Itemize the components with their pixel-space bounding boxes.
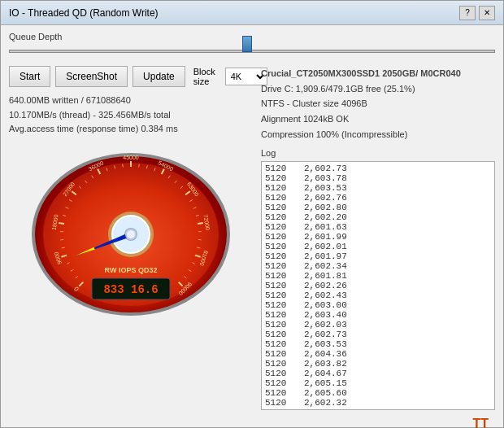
slider-thumb[interactable] xyxy=(242,36,252,52)
log-val: 2,602.20 xyxy=(304,212,347,222)
log-num: 5120 xyxy=(265,398,298,408)
screenshot-button[interactable]: ScreenShot xyxy=(55,66,128,87)
queue-depth-label: Queue Depth xyxy=(9,32,495,41)
log-val: 2,602.73 xyxy=(304,330,347,339)
help-button[interactable]: ? xyxy=(459,6,476,20)
log-val: 2,604.36 xyxy=(304,349,347,359)
log-val: 2,602.76 xyxy=(304,193,347,203)
title-controls: ? ✕ xyxy=(459,6,495,20)
main-window: IO - Threaded QD (Random Write) ? ✕ Queu… xyxy=(0,0,504,428)
log-row: 51202,602.26 xyxy=(265,281,491,290)
log-row: 51202,603.82 xyxy=(265,359,491,369)
log-row: 51202,601.81 xyxy=(265,271,491,281)
log-val: 2,602.03 xyxy=(304,320,347,330)
log-val: 2,603.00 xyxy=(304,300,347,310)
log-num: 5120 xyxy=(265,232,298,242)
log-val: 2,605.15 xyxy=(304,378,347,388)
log-row: 51202,602.73 xyxy=(265,330,491,339)
svg-text:833 16.6: 833 16.6 xyxy=(103,283,158,296)
log-num: 5120 xyxy=(265,183,298,193)
log-num: 5120 xyxy=(265,251,298,261)
log-num: 5120 xyxy=(265,164,298,173)
log-num: 5120 xyxy=(265,290,298,300)
start-button[interactable]: Start xyxy=(9,66,50,87)
log-val: 2,602.01 xyxy=(304,242,347,251)
log-row: 51202,604.67 xyxy=(265,369,491,378)
log-num: 5120 xyxy=(265,388,298,398)
svg-text:RW IOPS QD32: RW IOPS QD32 xyxy=(105,266,158,274)
log-num: 5120 xyxy=(265,173,298,183)
slider-container xyxy=(9,43,495,59)
device-compression: Compression 100% (Incompressible) xyxy=(261,127,495,142)
log-num: 5120 xyxy=(265,300,298,310)
log-num: 5120 xyxy=(265,369,298,378)
log-val: 2,601.63 xyxy=(304,222,347,232)
device-alignment: Alignment 1024kB OK xyxy=(261,111,495,127)
title-bar: IO - Threaded QD (Random Write) ? ✕ xyxy=(1,1,503,25)
log-container[interactable]: 51202,602.7351202,603.7851202,603.535120… xyxy=(261,161,495,410)
svg-line-12 xyxy=(198,223,203,224)
log-num: 5120 xyxy=(265,222,298,232)
gauge-svg: 0 9000 18000 27000 36000 45000 54000 630… xyxy=(25,146,237,317)
log-row: 51202,602.20 xyxy=(265,212,491,222)
log-row: 51202,601.97 xyxy=(265,251,491,261)
log-val: 2,604.67 xyxy=(304,369,347,378)
log-val: 2,603.78 xyxy=(304,173,347,183)
block-size-label: Block size xyxy=(193,67,222,86)
svg-point-64 xyxy=(127,230,135,238)
log-row: 51202,602.01 xyxy=(265,242,491,251)
left-panel: Start ScreenShot Update Block size 4K 51… xyxy=(9,66,253,428)
log-val: 2,602.80 xyxy=(304,203,347,212)
block-size-group: Block size 4K 512B 1K 2K 8K 16K 32K 64K xyxy=(193,67,267,86)
log-row: 51202,602.32 xyxy=(265,398,491,408)
log-num: 5120 xyxy=(265,349,298,359)
slider-track[interactable] xyxy=(9,50,495,53)
log-row: 51202,603.40 xyxy=(265,310,491,320)
queue-depth-section: Queue Depth // Will be populated by JS xyxy=(9,32,495,61)
svg-line-6 xyxy=(59,223,64,224)
log-row: 51202,604.36 xyxy=(265,349,491,359)
log-num: 5120 xyxy=(265,281,298,290)
log-row: 51202,605.15 xyxy=(265,378,491,388)
log-num: 5120 xyxy=(265,359,298,369)
log-val: 2,603.53 xyxy=(304,183,347,193)
stats-section: 640.00MB written / 671088640 10.170MB/s … xyxy=(9,94,253,137)
device-info: Crucial_CT2050MX300SSD1 2050GB/ M0CR040 … xyxy=(261,66,495,142)
window-title: IO - Threaded QD (Random Write) xyxy=(9,7,159,19)
device-fs: NTFS - Cluster size 4096B xyxy=(261,96,495,111)
log-row: 51202,602.73 xyxy=(265,164,491,173)
close-button[interactable]: ✕ xyxy=(479,6,495,20)
log-val: 2,603.82 xyxy=(304,359,347,369)
log-val: 2,603.40 xyxy=(304,310,347,320)
content-area: Queue Depth // Will be populated by JS xyxy=(1,25,503,428)
log-num: 5120 xyxy=(265,261,298,271)
log-num: 5120 xyxy=(265,203,298,212)
bottom-logo: TT xyxy=(261,413,495,428)
log-row: 51202,605.60 xyxy=(265,388,491,398)
log-num: 5120 xyxy=(265,310,298,320)
right-panel: Crucial_CT2050MX300SSD1 2050GB/ M0CR040 … xyxy=(261,66,495,428)
log-num: 5120 xyxy=(265,193,298,203)
main-area: Start ScreenShot Update Block size 4K 51… xyxy=(9,66,495,428)
log-num: 5120 xyxy=(265,242,298,251)
log-val: 2,602.26 xyxy=(304,281,347,290)
log-val: 2,601.99 xyxy=(304,232,347,242)
log-num: 5120 xyxy=(265,378,298,388)
log-num: 5120 xyxy=(265,212,298,222)
log-row: 51202,601.99 xyxy=(265,232,491,242)
log-row: 51202,603.78 xyxy=(265,173,491,183)
svg-text:45000: 45000 xyxy=(123,155,139,160)
log-val: 2,601.97 xyxy=(304,251,347,261)
log-label: Log xyxy=(261,148,495,158)
button-row: Start ScreenShot Update Block size 4K 51… xyxy=(9,66,253,87)
log-val: 2,605.60 xyxy=(304,388,347,398)
log-val: 2,602.32 xyxy=(304,398,347,408)
log-val: 2,603.53 xyxy=(304,339,347,349)
device-drive: Drive C: 1,909.6/479.1GB free (25.1%) xyxy=(261,81,495,97)
update-button[interactable]: Update xyxy=(133,66,185,87)
log-row: 51202,603.53 xyxy=(265,183,491,193)
gauge-container: 0 9000 18000 27000 36000 45000 54000 630… xyxy=(9,146,253,317)
log-row: 51202,602.34 xyxy=(265,261,491,271)
log-num: 5120 xyxy=(265,271,298,281)
log-val: 2,602.43 xyxy=(304,290,347,300)
